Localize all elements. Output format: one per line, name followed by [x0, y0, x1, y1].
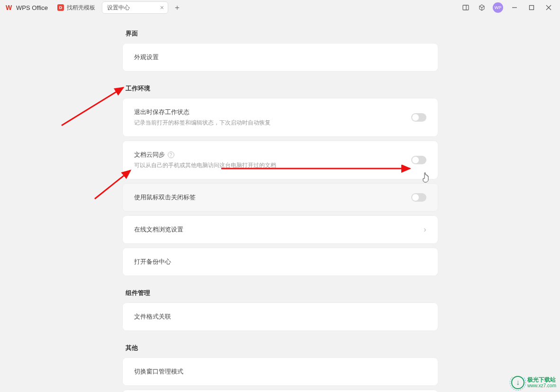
section-title-work-env: 工作环境 [126, 84, 438, 93]
card-subtitle: 记录当前打开的标签和编辑状态，下次启动时自动恢复 [134, 119, 411, 127]
maximize-button[interactable] [524, 1, 539, 14]
card-title: 打开备份中心 [134, 258, 426, 266]
settings-wrap: 界面 外观设置 工作环境 退出时保存工作状态 记录当前打开的标签和编辑状态，下次… [123, 29, 438, 392]
card-reset-defaults[interactable]: 恢复初始默认设置 [123, 390, 438, 392]
chevron-right-icon: › [424, 225, 426, 234]
card-online-doc-browse[interactable]: 在线文档浏览设置 › [123, 216, 438, 243]
wps-logo-icon: W [6, 4, 13, 11]
card-window-manage-mode[interactable]: 切换窗口管理模式 [123, 358, 438, 385]
card-file-format-association[interactable]: 文件格式关联 [123, 303, 438, 330]
card-title: 退出时保存工作状态 [134, 108, 411, 116]
card-title: 切换窗口管理模式 [134, 367, 426, 376]
card-title: 文档云同步 ? [134, 151, 411, 159]
card-save-work-state: 退出时保存工作状态 记录当前打开的标签和编辑状态，下次启动时自动恢复 [123, 98, 438, 136]
watermark-url: www.xz7.com [527, 383, 556, 388]
titlebar: W WPS Office D 找稻壳模板 设置中心 × ＋ WP [0, 0, 560, 15]
toggle-double-click-close-tab[interactable] [411, 193, 426, 202]
app-brand-text: WPS Office [16, 4, 48, 11]
avatar[interactable]: WP [493, 2, 503, 13]
section-title-ui: 界面 [126, 29, 438, 38]
toggle-cloud-sync[interactable] [411, 156, 426, 164]
minimize-button[interactable] [507, 1, 522, 14]
panel-icon[interactable] [459, 1, 473, 14]
card-appearance-setting[interactable]: 外观设置 [123, 44, 438, 71]
content-area: 界面 外观设置 工作环境 退出时保存工作状态 记录当前打开的标签和编辑状态，下次… [0, 15, 560, 392]
card-title: 在线文档浏览设置 [134, 225, 424, 234]
close-icon[interactable]: × [158, 4, 166, 11]
app-brand: W WPS Office [2, 1, 52, 14]
help-icon[interactable]: ? [168, 151, 174, 158]
cube-icon[interactable] [475, 1, 489, 14]
titlebar-right: WP [459, 1, 558, 14]
tab-templates[interactable]: D 找稻壳模板 [53, 1, 100, 14]
card-subtitle: 可以从自己的手机或其他电脑访问这台电脑打开过的文档 [134, 161, 411, 169]
card-title: 使用鼠标双击关闭标签 [134, 193, 411, 202]
cursor-pointer-icon [422, 172, 430, 183]
card-open-backup-center[interactable]: 打开备份中心 [123, 248, 438, 276]
card-title: 外观设置 [134, 53, 426, 62]
close-window-button[interactable] [541, 1, 556, 14]
tab-settings-center[interactable]: 设置中心 × [102, 1, 168, 14]
card-title: 文件格式关联 [134, 312, 426, 321]
tab-label: 找稻壳模板 [67, 4, 95, 12]
toggle-save-work-state[interactable] [411, 113, 426, 122]
add-tab-button[interactable]: ＋ [171, 1, 183, 14]
svg-rect-3 [530, 6, 534, 10]
watermark-text: 极光下载站 [527, 377, 556, 383]
template-icon: D [57, 4, 64, 11]
section-title-other: 其他 [126, 344, 438, 352]
svg-rect-0 [463, 5, 469, 10]
card-cloud-sync: 文档云同步 ? 可以从自己的手机或其他电脑访问这台电脑打开过的文档 [123, 141, 438, 179]
tab-label: 设置中心 [107, 4, 130, 12]
watermark-logo-icon: ↓ [511, 376, 524, 389]
section-title-components: 组件管理 [126, 289, 438, 297]
watermark: ↓ 极光下载站 www.xz7.com [511, 376, 556, 389]
card-double-click-close-tab: 使用鼠标双击关闭标签 [123, 184, 438, 211]
